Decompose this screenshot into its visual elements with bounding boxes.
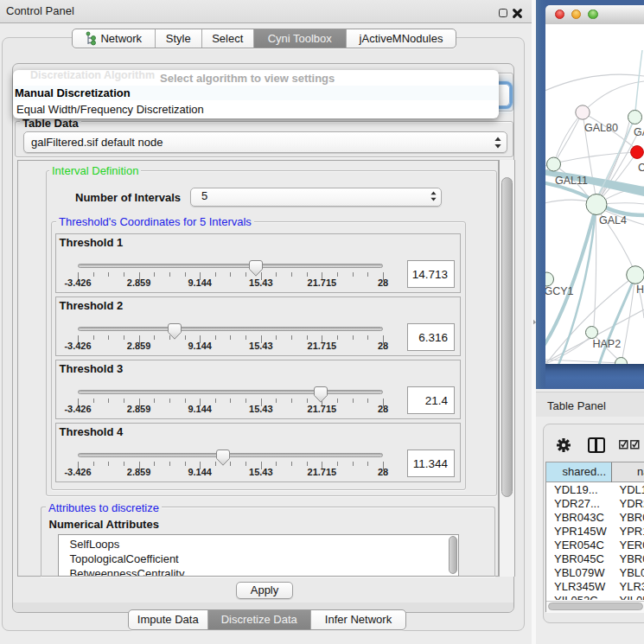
svg-text:GAL80: GAL80 [634, 126, 644, 138]
svg-text:GCY1: GCY1 [545, 285, 574, 297]
svg-text:GAL4: GAL4 [599, 214, 627, 226]
svg-text:GAL11: GAL11 [555, 175, 588, 187]
svg-text:HIS: HIS [636, 284, 644, 296]
svg-text:CAL: CAL [638, 162, 644, 174]
svg-text:GAL80: GAL80 [584, 122, 618, 134]
svg-text:HAP2: HAP2 [593, 338, 622, 350]
